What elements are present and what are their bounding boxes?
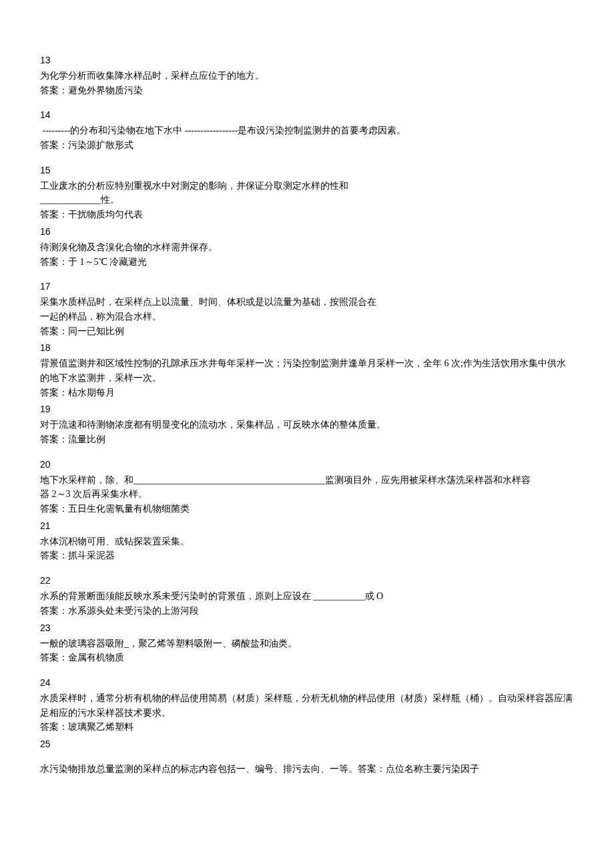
question-item: 17采集水质样品时，在采样点上以流量、时间、体积或是以流量为基础，按照混合在 一… [40, 280, 574, 338]
answer-text: 答案：五日生化需氧量有机物细菌类 [40, 502, 574, 516]
answer-text: 答案：于 1～5℃ 冷藏避光 [40, 255, 574, 270]
question-text: 采集水质样品时，在采样点上以流量、时间、体积或是以流量为基础，按照混合在 一起的… [40, 295, 574, 324]
question-item: 25水污染物排放总量监测的采样点的标志内容包括一、编号、排污去向、一等。答案：点… [40, 737, 574, 777]
answer-text: 答案：避免外界物质污染 [40, 83, 574, 98]
question-text: 水质采样时，通常分析有机物的样品使用简易（材质）采样瓶，分析无机物的样品使用（材… [40, 691, 574, 720]
question-item: 13为化学分析而收集降水样品时，采样点应位于的地方。答案：避免外界物质污染 [40, 53, 574, 97]
answer-text: 答案：干扰物质均匀代表 [40, 207, 574, 222]
question-text: 水体沉积物可用、或钻探装置采集。 [40, 534, 574, 549]
answer-text: 答案：污染源扩散形式 [40, 138, 574, 153]
answer-text: 答案：玻璃聚乙烯塑料 [40, 720, 574, 735]
question-number: 19 [40, 402, 574, 416]
question-item: 19对于流速和待测物浓度都有明显变化的流动水，采集样品，可反映水体的整体质量。答… [40, 402, 574, 446]
question-text: 工业废水的分析应特别重视水中对测定的影响，并保证分取测定水样的性和 ______… [40, 179, 574, 207]
question-text: 对于流速和待测物浓度都有明显变化的流动水，采集样品，可反映水体的整体质量。 [40, 418, 574, 432]
question-number: 17 [40, 280, 574, 294]
question-item: 21水体沉积物可用、或钻探装置采集。答案：抓斗采泥器 [40, 519, 574, 563]
question-text: 地下水采样前，除、和______________________________… [40, 473, 574, 502]
question-number: 25 [40, 737, 574, 751]
answer-text: 答案：枯水期每月 [40, 386, 574, 400]
question-text: 待测溴化物及含溴化合物的水样需并保存。 [40, 240, 574, 255]
question-number: 15 [40, 163, 574, 177]
question-text: 为化学分析而收集降水样品时，采样点应位于的地方。 [40, 69, 574, 83]
question-number: 13 [40, 53, 574, 67]
question-number: 20 [40, 458, 574, 472]
question-number: 16 [40, 225, 574, 239]
question-item: 20地下水采样前，除、和____________________________… [40, 458, 574, 516]
answer-text: 答案：流量比例 [40, 432, 574, 447]
question-item: 23一般的玻璃容器吸附_，聚乙烯等塑料吸附一、磷酸盐和油类。答案：金属有机物质 [40, 621, 574, 665]
question-text: 水污染物排放总量监测的采样点的标志内容包括一、编号、排污去向、一等。答案：点位名… [40, 762, 574, 777]
question-text: 背景值监测井和区域性控制的孔隙承压水井每年采样一次；污染控制监测井逢单月采样一次… [40, 356, 574, 385]
question-text: 水系的背景断面须能反映水系未受污染时的背景值，原则上应设在 __________… [40, 589, 574, 604]
question-item: 18背景值监测井和区域性控制的孔隙承压水井每年采样一次；污染控制监测井逢单月采样… [40, 341, 574, 400]
question-item: 15工业废水的分析应特别重视水中对测定的影响，并保证分取测定水样的性和 ____… [40, 163, 574, 222]
question-number: 21 [40, 519, 574, 533]
question-item: 22水系的背景断面须能反映水系未受污染时的背景值，原则上应设在 ________… [40, 574, 574, 618]
answer-text: 答案：水系源头处未受污染的上游河段 [40, 604, 574, 618]
answer-text: 答案：抓斗采泥器 [40, 548, 574, 563]
question-number: 23 [40, 621, 574, 635]
question-item: 14 ---------的分布和污染物在地下水中 ---------------… [40, 108, 574, 152]
question-item: 16待测溴化物及含溴化合物的水样需并保存。答案：于 1～5℃ 冷藏避光 [40, 225, 574, 269]
question-text: ---------的分布和污染物在地下水中 -----------------是… [40, 123, 574, 138]
question-number: 14 [40, 108, 574, 122]
question-text: 一般的玻璃容器吸附_，聚乙烯等塑料吸附一、磷酸盐和油类。 [40, 636, 574, 651]
question-number: 18 [40, 341, 574, 355]
question-number: 22 [40, 574, 574, 588]
answer-text: 答案：金属有机物质 [40, 650, 574, 665]
question-item: 24水质采样时，通常分析有机物的样品使用简易（材质）采样瓶，分析无机物的样品使用… [40, 676, 574, 735]
question-number: 24 [40, 676, 574, 690]
answer-text: 答案：同一已知比例 [40, 324, 574, 339]
